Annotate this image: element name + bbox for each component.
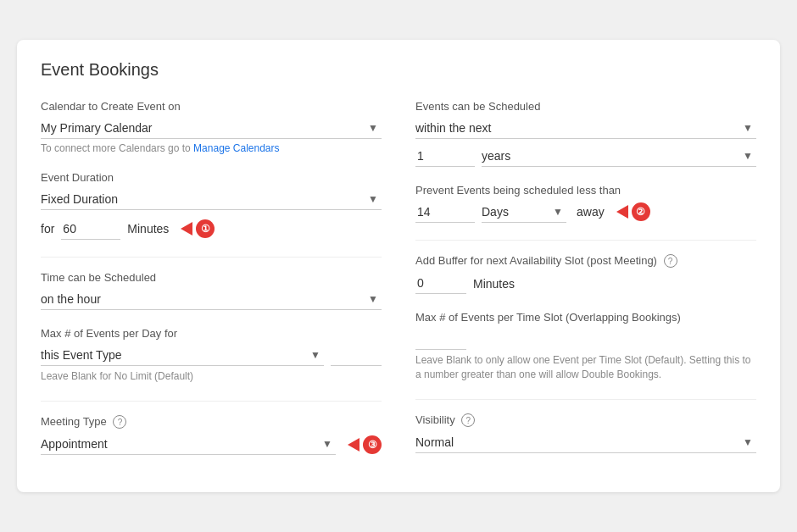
prevent-label: Prevent Events being scheduled less than (415, 184, 756, 197)
prevent-unit-select[interactable]: Days (482, 202, 558, 222)
visibility-label: Visibility ? (415, 413, 756, 428)
scheduled-unit-select[interactable]: years (482, 146, 558, 166)
buffer-input[interactable] (415, 273, 466, 294)
max-day-section: Max # of Events per Day for this Event T… (41, 327, 382, 384)
duration-select[interactable]: Fixed Duration (41, 189, 382, 209)
arrow-left-icon-1 (181, 222, 192, 236)
max-day-label: Max # of Events per Day for (41, 327, 382, 340)
buffer-section: Add Buffer for next Availability Slot (p… (415, 254, 756, 295)
max-day-row: this Event Type ▼ (41, 345, 382, 366)
calendar-section: Calendar to Create Event on My Primary C… (41, 100, 382, 154)
meeting-type-select[interactable]: Appointment (41, 434, 336, 454)
duration-minutes-row: for Minutes ① (41, 219, 382, 240)
time-select-wrapper[interactable]: on the hour ▼ (41, 289, 382, 310)
manage-calendars-link[interactable]: Manage Calendars (193, 142, 279, 154)
badge-2-arrow: ② (616, 202, 650, 221)
calendar-label: Calendar to Create Event on (41, 100, 382, 113)
meeting-type-help-icon[interactable]: ? (113, 415, 126, 429)
badge-2-circle: ② (632, 202, 650, 221)
prevent-row: Days ▼ away ② (415, 202, 756, 223)
scheduled-unit-row: years ▼ (415, 146, 756, 167)
visibility-section: Visibility ? Normal ▼ (415, 413, 756, 454)
scheduled-select[interactable]: within the next (415, 118, 756, 138)
badge-1-circle: ① (196, 219, 215, 238)
buffer-help-icon[interactable]: ? (664, 254, 677, 268)
max-day-select[interactable]: this Event Type (41, 345, 324, 365)
max-day-input[interactable] (331, 345, 382, 366)
away-text: away (577, 205, 605, 219)
calendar-select[interactable]: My Primary Calendar (41, 118, 382, 138)
divider-2 (41, 401, 382, 402)
time-label: Time can be Scheduled (41, 271, 382, 284)
duration-minutes-input[interactable] (61, 219, 120, 240)
scheduled-num-input[interactable] (415, 146, 475, 167)
duration-select-wrapper[interactable]: Fixed Duration ▼ (41, 189, 382, 210)
calendar-select-wrapper[interactable]: My Primary Calendar ▼ (41, 118, 382, 139)
duration-section: Event Duration Fixed Duration ▼ for Minu… (41, 171, 382, 240)
max-slot-label: Max # of Events per Time Slot (Overlappi… (415, 311, 756, 324)
max-slot-helper: Leave Blank to only allow one Event per … (415, 353, 756, 382)
divider-4 (415, 399, 756, 400)
arrow-left-icon-2 (616, 205, 628, 219)
max-day-helper: Leave Blank for No Limit (Default) (41, 369, 382, 384)
duration-label: Event Duration (41, 171, 382, 184)
buffer-unit: Minutes (473, 277, 515, 291)
left-column: Calendar to Create Event on My Primary C… (41, 100, 382, 472)
page-title: Event Bookings (41, 60, 756, 80)
time-section: Time can be Scheduled on the hour ▼ (41, 271, 382, 310)
prevent-section: Prevent Events being scheduled less than… (415, 184, 756, 223)
visibility-select-wrapper[interactable]: Normal ▼ (415, 432, 756, 453)
visibility-select[interactable]: Normal (415, 432, 756, 452)
divider-1 (41, 257, 382, 258)
badge-1-arrow: ① (181, 219, 215, 238)
scheduled-section: Events can be Scheduled within the next … (415, 100, 756, 167)
meeting-type-select-wrapper[interactable]: Appointment ▼ (41, 434, 336, 455)
form-grid: Calendar to Create Event on My Primary C… (41, 100, 756, 472)
meeting-type-label: Meeting Type ? (41, 415, 382, 429)
buffer-label: Add Buffer for next Availability Slot (p… (415, 254, 756, 269)
visibility-help-icon[interactable]: ? (461, 413, 475, 427)
scheduled-unit-dropdown-icon: ▼ (743, 150, 753, 162)
max-slot-input[interactable] (415, 329, 466, 350)
for-label: for (41, 222, 54, 236)
time-select[interactable]: on the hour (41, 289, 382, 309)
max-slot-section: Max # of Events per Time Slot (Overlappi… (415, 311, 756, 382)
badge-3-circle: ③ (363, 435, 382, 454)
prevent-num-input[interactable] (415, 202, 475, 223)
event-bookings-card: Event Bookings Calendar to Create Event … (17, 40, 780, 492)
divider-3 (415, 240, 756, 241)
calendar-helper: To connect more Calendars go to Manage C… (41, 142, 382, 154)
badge-3-arrow: ③ (348, 435, 382, 454)
duration-unit: Minutes (127, 222, 169, 236)
right-column: Events can be Scheduled within the next … (415, 100, 756, 472)
max-day-select-wrapper[interactable]: this Event Type ▼ (41, 345, 324, 366)
meeting-type-row: Appointment ▼ ③ (41, 434, 382, 455)
arrow-left-icon-3 (348, 438, 359, 452)
buffer-row: Minutes (415, 273, 756, 294)
scheduled-label: Events can be Scheduled (415, 100, 756, 113)
scheduled-unit-select-wrapper[interactable]: years ▼ (482, 146, 756, 167)
prevent-unit-select-wrapper[interactable]: Days ▼ (482, 202, 566, 223)
scheduled-select-wrapper[interactable]: within the next ▼ (415, 118, 756, 139)
meeting-type-section: Meeting Type ? Appointment ▼ ③ (41, 415, 382, 456)
